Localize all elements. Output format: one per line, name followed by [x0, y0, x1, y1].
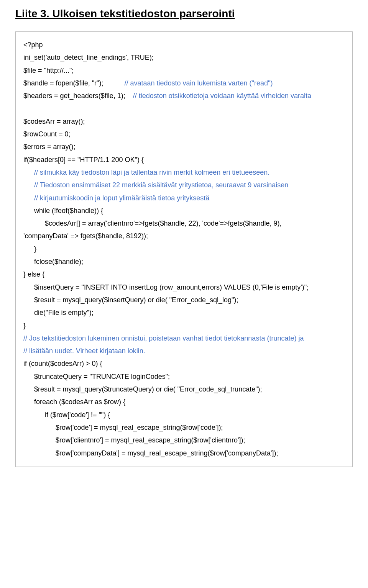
code-line: $row['clientnro'] = mysql_real_escape_st… — [23, 434, 345, 447]
code-line: $headers = get_headers($file, 1); // tie… — [23, 90, 345, 102]
code-comment: // kirjautumiskoodin ja loput ylimääräis… — [23, 192, 345, 205]
code-line: fclose($handle); — [23, 256, 345, 268]
code-line: if($headers[0] == "HTTP/1.1 200 OK") { — [23, 154, 345, 166]
code-line: $rowCount = 0; — [23, 128, 345, 141]
code-comment: // lisätään uudet. Virheet kirjataan lok… — [23, 345, 345, 357]
code-comment: // Jos tekstitiedoston lukeminen onnistu… — [23, 332, 345, 345]
code-line: $truncateQuery = "TRUNCATE loginCodes"; — [23, 370, 345, 383]
code-line: 'companyData' => fgets($handle, 8192)); — [23, 230, 345, 242]
code-comment: // avataan tiedosto vain lukemista varte… — [124, 79, 273, 87]
code-line: $file = "http://..."; — [23, 64, 345, 77]
code-line: $codesArr[] = array('clientnro'=>fgets($… — [23, 217, 345, 230]
blank-line — [23, 102, 345, 115]
code-line: } — [23, 243, 345, 256]
code-line: $row['companyData'] = mysql_real_escape_… — [23, 447, 345, 460]
code-line: $insertQuery = "INSERT INTO insertLog (r… — [23, 281, 345, 294]
code-line: $handle = fopen($file, "r"); // avataan … — [23, 77, 345, 90]
code-comment: // tiedoston otsikkotietoja voidaan käyt… — [133, 92, 311, 100]
code-line: $row['code'] = mysql_real_escape_string(… — [23, 421, 345, 434]
code-line: if (count($codesArr) > 0) { — [23, 357, 345, 370]
code-line: <?php — [23, 39, 345, 51]
code-comment: // Tiedoston ensimmäiset 22 merkkiä sisä… — [23, 179, 345, 192]
code-text: $headers = get_headers($file, 1); — [23, 92, 133, 100]
code-line: die("File is empty"); — [23, 306, 345, 319]
code-line: } — [23, 319, 345, 332]
code-line: foreach ($codesArr as $row) { — [23, 396, 345, 408]
code-line: $codesArr = array(); — [23, 115, 345, 128]
code-line: $result = mysql_query($insertQuery) or d… — [23, 294, 345, 306]
code-line: $result = mysql_query($truncateQuery) or… — [23, 383, 345, 396]
code-line: $errors = array(); — [23, 141, 345, 153]
code-line: while (!feof($handle)) { — [23, 205, 345, 217]
document-page: Liite 3. Ulkoisen tekstitiedoston parser… — [0, 8, 368, 482]
page-title: Liite 3. Ulkoisen tekstitiedoston parser… — [15, 8, 353, 20]
code-line: if ($row['code'] != "") { — [23, 409, 345, 421]
code-text: $handle = fopen($file, "r"); — [23, 79, 124, 87]
code-comment: // silmukka käy tiedoston läpi ja tallen… — [23, 166, 345, 179]
code-box: <?php ini_set('auto_detect_line_endings'… — [15, 31, 353, 467]
code-line: } else { — [23, 268, 345, 281]
code-line: ini_set('auto_detect_line_endings', TRUE… — [23, 51, 345, 64]
